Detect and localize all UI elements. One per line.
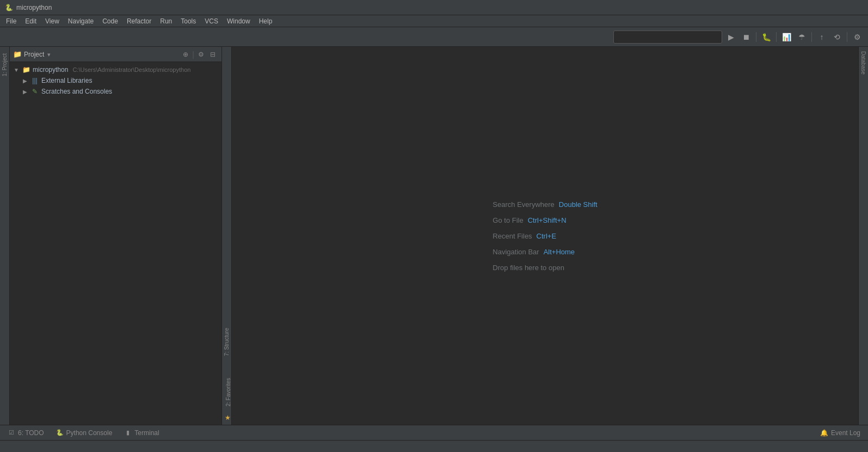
hint-search-everywhere: Search Everywhere Double Shift <box>493 200 597 209</box>
run-config-input[interactable] <box>613 30 722 44</box>
menu-item-view[interactable]: View <box>41 16 63 26</box>
profile-button[interactable]: 📊 <box>780 30 793 44</box>
settings-button[interactable]: ⚙ <box>851 30 864 44</box>
project-panel: 📁 Project ▾ ⊕ | ⚙ ⊟ ▼ 📁 micropython C:\U… <box>10 47 222 425</box>
toolbar-sep-3 <box>811 32 812 42</box>
scratch-label: Scratches and Consoles <box>41 88 112 95</box>
right-strip: Database <box>858 47 868 425</box>
toolbar-sep-2 <box>776 32 777 42</box>
project-folder-icon: 📁 <box>13 50 22 58</box>
stop-button[interactable]: ⏹ <box>740 30 753 44</box>
terminal-label: Terminal <box>134 429 159 437</box>
todo-label: 6: TODO <box>18 429 44 437</box>
menu-item-code[interactable]: Code <box>99 16 122 26</box>
editor-area: Search Everywhere Double Shift Go to Fil… <box>232 47 858 425</box>
scratch-arrow: ▶ <box>22 88 28 95</box>
hint-go-to-file-text: Go to File <box>493 216 523 224</box>
hint-recent-files: Recent Files Ctrl+E <box>493 232 597 240</box>
hint-go-to-file-shortcut: Ctrl+Shift+N <box>528 216 567 224</box>
tree-item-scratches[interactable]: ▶ ✎ Scratches and Consoles <box>10 86 221 97</box>
todo-icon: ☑ <box>8 429 15 437</box>
sidebar-item-structure[interactable]: 7: Structure <box>222 323 231 361</box>
title-bar: 🐍 micropython <box>0 0 868 15</box>
scratch-icon: ✎ <box>30 87 39 96</box>
library-icon: ||| <box>30 76 39 85</box>
hint-navigation-bar-text: Navigation Bar <box>493 248 539 256</box>
toolbar-sep-1 <box>756 32 756 42</box>
root-path: C:\Users\Administrator\Desktop\micropyth… <box>72 66 190 73</box>
empty-editor-hints: Search Everywhere Double Shift Go to Fil… <box>493 200 597 272</box>
hint-recent-files-text: Recent Files <box>493 232 532 240</box>
sidebar-item-database[interactable]: Database <box>859 47 868 79</box>
menu-item-navigate[interactable]: Navigate <box>64 16 97 26</box>
menu-item-run[interactable]: Run <box>156 16 176 26</box>
tree-item-external-libraries[interactable]: ▶ ||| External Libraries <box>10 75 221 86</box>
history-button[interactable]: ⟲ <box>830 30 844 44</box>
menu-item-vcs[interactable]: VCS <box>201 16 222 26</box>
bottom-tab-todo[interactable]: ☑ 6: TODO <box>2 427 50 438</box>
event-log-icon: 🔔 <box>820 429 828 437</box>
bottom-tab-python-console[interactable]: 🐍 Python Console <box>51 427 118 438</box>
menu-item-window[interactable]: Window <box>223 16 254 26</box>
title-bar-text: micropython <box>16 4 52 11</box>
coverage-button[interactable]: ☂ <box>795 30 808 44</box>
favorites-container: 2: Favorites ★ <box>222 371 231 425</box>
project-panel-header: 📁 Project ▾ ⊕ | ⚙ ⊟ <box>10 47 221 62</box>
python-console-label: Python Console <box>66 429 113 437</box>
main-area: 1: Project 📁 Project ▾ ⊕ | ⚙ ⊟ ▼ 📁 micro… <box>0 47 868 425</box>
root-label: micropython <box>33 66 68 74</box>
hint-drop-files-text: Drop files here to open <box>493 264 564 272</box>
menu-bar: FileEditViewNavigateCodeRefactorRunTools… <box>0 15 868 27</box>
ext-lib-arrow: ▶ <box>22 77 28 84</box>
event-log-label: Event Log <box>831 429 860 437</box>
app-icon: 🐍 <box>4 3 13 12</box>
menu-item-tools[interactable]: Tools <box>177 16 200 26</box>
hint-navigation-bar: Navigation Bar Alt+Home <box>493 248 597 256</box>
menu-item-refactor[interactable]: Refactor <box>123 16 155 26</box>
toolbar: ▶ ⏹ 🐛 📊 ☂ ↑ ⟲ ⚙ <box>0 27 868 47</box>
header-sep: | <box>192 49 194 60</box>
menu-item-edit[interactable]: Edit <box>21 16 40 26</box>
hint-drop-files: Drop files here to open <box>493 264 597 272</box>
left-strip: 1: Project <box>0 47 10 425</box>
favorites-star-icon: ★ <box>224 413 230 423</box>
bottom-tab-event-log[interactable]: 🔔 Event Log <box>815 427 866 438</box>
debug-button[interactable]: 🐛 <box>760 30 773 44</box>
bottom-tabs-bar: ☑ 6: TODO 🐍 Python Console ▮ Terminal 🔔 … <box>0 425 868 440</box>
menu-item-file[interactable]: File <box>2 16 20 26</box>
hint-navigation-bar-shortcut: Alt+Home <box>544 248 575 256</box>
run-button[interactable]: ▶ <box>724 30 737 44</box>
tree-item-root[interactable]: ▼ 📁 micropython C:\Users\Administrator\D… <box>10 64 221 75</box>
project-tree: ▼ 📁 micropython C:\Users\Administrator\D… <box>10 62 221 425</box>
secondary-left-strip: 7: Structure 2: Favorites ★ <box>222 47 232 425</box>
hint-search-everywhere-shortcut: Double Shift <box>559 200 598 209</box>
bottom-right-area: 🔔 Event Log <box>815 427 866 438</box>
python-console-icon: 🐍 <box>56 429 64 437</box>
root-folder-icon: 📁 <box>22 65 30 74</box>
project-panel-title: Project ▾ <box>24 51 178 58</box>
ext-lib-label: External Libraries <box>41 77 92 84</box>
project-header-actions: ⊕ | ⚙ ⊟ <box>180 49 218 60</box>
hint-search-everywhere-text: Search Everywhere <box>493 200 554 209</box>
bottom-tab-terminal[interactable]: ▮ Terminal <box>119 427 164 438</box>
terminal-icon: ▮ <box>124 429 132 437</box>
locate-icon[interactable]: ⊕ <box>180 49 191 60</box>
collapse-icon[interactable]: ⊟ <box>207 49 218 60</box>
toolbar-sep-4 <box>847 32 847 42</box>
hint-recent-files-shortcut: Ctrl+E <box>537 232 556 240</box>
settings-icon[interactable]: ⚙ <box>195 49 206 60</box>
root-arrow: ▼ <box>13 66 20 73</box>
structure-tab-container: 7: Structure <box>222 47 231 371</box>
sidebar-item-favorites[interactable]: 2: Favorites <box>224 374 230 411</box>
vcs-button[interactable]: ↑ <box>815 30 828 44</box>
sidebar-item-project[interactable]: 1: Project <box>0 49 9 81</box>
status-bar <box>0 440 868 452</box>
menu-item-help[interactable]: Help <box>255 16 276 26</box>
hint-go-to-file: Go to File Ctrl+Shift+N <box>493 216 597 224</box>
